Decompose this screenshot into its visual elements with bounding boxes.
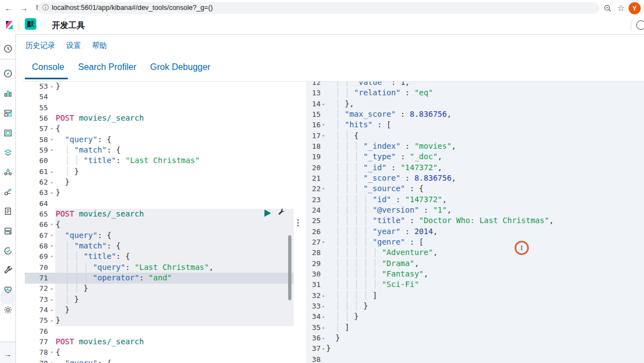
code-line-74[interactable]: 74▴ } bbox=[25, 305, 294, 315]
code-line-27[interactable]: 27▾ │ │ │ │ "genre" : [ bbox=[306, 237, 644, 247]
settings-link[interactable]: 设置 bbox=[66, 41, 81, 51]
site-info-icon[interactable]: ⓘ bbox=[42, 2, 49, 14]
code-line-69[interactable]: 69▾ │ │ "title": { bbox=[25, 251, 294, 262]
code-line-67[interactable]: 67▾ "query": { bbox=[25, 230, 294, 241]
code-line-33[interactable]: 33▴ │ │ │ } bbox=[306, 301, 644, 311]
fold-toggle-icon[interactable]: ▾ bbox=[321, 131, 326, 141]
code-line-37[interactable]: 37▴} bbox=[306, 343, 644, 354]
code-line-75[interactable]: 75▴} bbox=[25, 315, 294, 326]
code-line-22[interactable]: 22▾ │ │ │ "_source" : { bbox=[306, 183, 644, 194]
code-line-63[interactable]: 63▴} bbox=[25, 187, 294, 198]
code-line-57[interactable]: 57▾{ bbox=[25, 123, 294, 134]
code-line-13[interactable]: 13 │ │ "relation" : "eq" bbox=[306, 88, 644, 98]
fold-toggle-icon[interactable]: ▴ bbox=[48, 187, 56, 198]
code-line-34[interactable]: 34▴ │ │ } bbox=[306, 311, 644, 322]
fold-toggle-icon[interactable]: ▴ bbox=[321, 311, 326, 322]
sidebar-item-metrics[interactable] bbox=[0, 221, 15, 241]
code-line-53[interactable]: 53▴} bbox=[25, 82, 294, 91]
address-bar[interactable]: ⓘ localhost:5601/app/kibana#/dev_tools/c… bbox=[37, 2, 599, 14]
code-line-24[interactable]: 24 │ │ │ │ "@version" : "1", bbox=[306, 205, 644, 215]
sidebar-item-stack-monitoring[interactable] bbox=[0, 280, 15, 300]
code-line-17[interactable]: 17▾ │ │ { bbox=[306, 131, 644, 141]
code-line-58[interactable]: 58▾ "query": { bbox=[25, 134, 294, 145]
code-line-20[interactable]: 20 │ │ │ "_id" : "147372", bbox=[306, 162, 644, 173]
code-line-60[interactable]: 60 │ │ "title": "Last Christmas" bbox=[25, 155, 294, 166]
fold-toggle-icon[interactable]: ▾ bbox=[48, 251, 56, 262]
code-line-19[interactable]: 19 │ │ │ "_type" : "_doc", bbox=[306, 151, 644, 162]
code-line-73[interactable]: 73▴ │ } bbox=[25, 294, 294, 305]
code-line-79[interactable]: 79▾ "query": { bbox=[25, 358, 294, 363]
code-line-59[interactable]: 59▾ │ "match": { bbox=[25, 145, 294, 155]
fold-toggle-icon[interactable]: ▴ bbox=[48, 82, 56, 91]
fold-toggle-icon[interactable]: ▾ bbox=[321, 183, 326, 194]
send-request-play-button[interactable] bbox=[263, 209, 272, 218]
fold-toggle-icon[interactable]: ▴ bbox=[48, 166, 56, 177]
editor-scrollbar-thumb[interactable] bbox=[288, 235, 291, 300]
fold-toggle-icon[interactable]: ▾ bbox=[48, 358, 56, 363]
code-line-70[interactable]: 70 │ │ │ "query": "Last Christmas", bbox=[25, 262, 294, 273]
fold-toggle-icon[interactable]: ▾ bbox=[321, 237, 326, 247]
header-help-icon[interactable] bbox=[636, 20, 644, 30]
help-link[interactable]: 帮助 bbox=[92, 41, 107, 51]
code-line-29[interactable]: 29 │ │ │ │ │ "Drama", bbox=[306, 258, 644, 269]
response-viewer[interactable]: 12 │ │ "value" : 1,13 │ │ "relation" : "… bbox=[306, 82, 644, 363]
code-line-56[interactable]: 56POST movies/_search bbox=[25, 113, 294, 123]
fold-toggle-icon[interactable]: ▾ bbox=[48, 241, 56, 251]
code-line-26[interactable]: 26 │ │ │ │ "year" : 2014, bbox=[306, 226, 644, 237]
sidebar-item-dashboard[interactable] bbox=[0, 103, 15, 123]
fold-toggle-icon[interactable]: ▴ bbox=[321, 99, 326, 109]
browser-back-icon[interactable]: ← bbox=[4, 0, 13, 17]
code-line-23[interactable]: 23 │ │ │ │ "id" : "147372", bbox=[306, 194, 644, 205]
code-line-68[interactable]: 68▾ │ "match": { bbox=[25, 241, 294, 251]
panel-splitter[interactable]: ••• bbox=[294, 82, 306, 363]
code-line-78[interactable]: 78▾{ bbox=[25, 347, 294, 357]
fold-toggle-icon[interactable]: ▾ bbox=[48, 219, 56, 230]
fold-toggle-icon[interactable]: ▴ bbox=[48, 294, 56, 305]
fold-toggle-icon[interactable]: ▴ bbox=[321, 333, 326, 343]
request-options-wrench-button[interactable] bbox=[277, 208, 286, 216]
code-line-31[interactable]: 31 │ │ │ │ │ "Sci-Fi" bbox=[306, 279, 644, 290]
tab-search-profiler[interactable]: Search Profiler bbox=[78, 62, 137, 72]
code-line-77[interactable]: 77POST movies/_search bbox=[25, 337, 294, 347]
code-line-66[interactable]: 66▾{ bbox=[25, 219, 294, 230]
splitter-handle-icon[interactable]: ••• bbox=[297, 219, 299, 227]
request-editor[interactable]: 53▴}545556POST movies/_search57▾{58▾ "qu… bbox=[25, 82, 294, 363]
fold-toggle-icon[interactable]: ▾ bbox=[48, 145, 56, 155]
history-link[interactable]: 历史记录 bbox=[25, 41, 55, 51]
fold-toggle-icon[interactable]: ▴ bbox=[321, 290, 326, 301]
fold-toggle-icon[interactable]: ▾ bbox=[48, 347, 56, 357]
fold-toggle-icon[interactable]: ▴ bbox=[48, 315, 56, 326]
code-line-72[interactable]: 72▴ │ │ } bbox=[25, 283, 294, 294]
browser-forward-icon[interactable]: → bbox=[20, 0, 28, 17]
code-line-28[interactable]: 28 │ │ │ │ │ "Adventure", bbox=[306, 247, 644, 258]
sidebar-item-visualize[interactable] bbox=[0, 83, 15, 103]
sidebar-item-canvas[interactable] bbox=[0, 123, 15, 143]
sidebar-item-dev-tools[interactable] bbox=[0, 260, 15, 280]
code-line-61[interactable]: 61▴ │ } bbox=[25, 166, 294, 177]
code-line-25[interactable]: 25 │ │ │ │ "title" : "Doctor Who: Last C… bbox=[306, 215, 644, 226]
code-line-32[interactable]: 32▴ │ │ │ │ ] bbox=[306, 290, 644, 301]
code-line-64[interactable]: 64 bbox=[25, 198, 294, 209]
kibana-logo-icon[interactable] bbox=[4, 20, 14, 30]
code-line-21[interactable]: 21 │ │ │ "_score" : 8.836756, bbox=[306, 173, 644, 183]
collapse-nav-icon[interactable]: → bbox=[0, 350, 15, 359]
url-text[interactable]: localhost:5601/app/kibana#/dev_tools/con… bbox=[52, 2, 213, 14]
sidebar-item-maps[interactable] bbox=[0, 143, 15, 162]
code-line-12[interactable]: 12 │ │ "value" : 1, bbox=[306, 82, 644, 88]
code-line-55[interactable]: 55 bbox=[25, 102, 294, 113]
code-line-15[interactable]: 15 │ "max_score" : 8.836756, bbox=[306, 109, 644, 120]
code-line-30[interactable]: 30 │ │ │ │ │ "Fantasy", bbox=[306, 269, 644, 279]
fold-toggle-icon[interactable]: ▴ bbox=[321, 301, 326, 311]
tab-grok-debugger[interactable]: Grok Debugger bbox=[150, 62, 210, 72]
fold-toggle-icon[interactable]: ▴ bbox=[48, 305, 56, 315]
fold-toggle-icon[interactable]: ▴ bbox=[48, 283, 56, 294]
code-line-35[interactable]: 35▴ │ ] bbox=[306, 322, 644, 333]
browser-profile-avatar[interactable]: Y bbox=[629, 2, 641, 14]
fold-toggle-icon[interactable]: ▴ bbox=[48, 177, 56, 187]
fold-toggle-icon[interactable]: ▾ bbox=[48, 230, 56, 241]
sidebar-item-machine-learning[interactable] bbox=[0, 162, 15, 182]
fold-toggle-icon[interactable]: ▴ bbox=[321, 322, 326, 333]
code-line-38[interactable]: 38 bbox=[306, 354, 644, 363]
sidebar-item-graph[interactable] bbox=[0, 182, 15, 202]
bookmark-star-icon[interactable]: ☆ bbox=[617, 0, 625, 17]
